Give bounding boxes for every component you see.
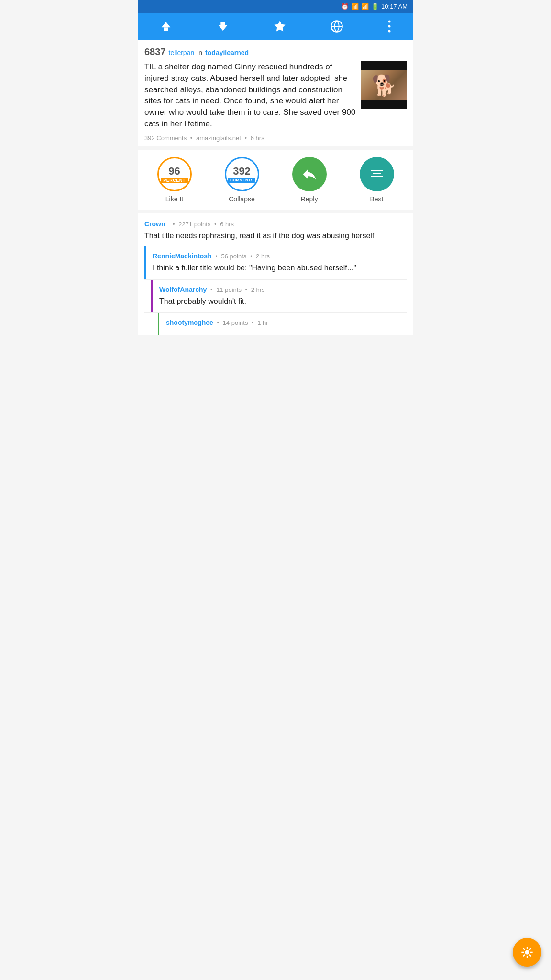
comment-nested-1: RennieMackintosh • 56 points • 2 hrs I t… (144, 246, 413, 279)
username-0[interactable]: Crown_ (144, 220, 169, 228)
svg-point-3 (388, 21, 390, 23)
signal-icon: 📶 (361, 3, 369, 10)
post-content: TIL a shelter dog named Ginny rescued hu… (144, 61, 407, 130)
points-3: 14 points (223, 319, 248, 326)
time-3: 1 hr (257, 319, 268, 326)
comments-section: Crown_ • 2271 points • 6 hrs That title … (138, 213, 413, 335)
alarm-icon: ⏰ (341, 3, 349, 10)
downvote-button[interactable] (216, 20, 230, 33)
username-1[interactable]: RennieMackintosh (153, 252, 212, 260)
post-in-label: in (197, 49, 202, 56)
post-username[interactable]: tellerpan (169, 49, 195, 56)
username-3[interactable]: shootymcghee (166, 319, 213, 326)
post-score: 6837 (144, 46, 166, 57)
comment-text-0: That title needs rephrasing, read it as … (144, 231, 407, 241)
post-title: TIL a shelter dog named Ginny rescued hu… (144, 61, 356, 130)
post-dot-sep1: • (190, 134, 193, 142)
thumb-bottom-bar (361, 100, 407, 109)
comment-meta-2: WolfofAnarchy • 11 points • 2 hrs (159, 286, 407, 293)
collapse-label: Collapse (229, 195, 254, 203)
post-dot-sep2: • (245, 134, 247, 142)
comment-top-level: Crown_ • 2271 points • 6 hrs That title … (138, 213, 413, 246)
comment-nested-3: shootymcghee • 14 points • 1 hr (158, 313, 413, 335)
comment-meta-0: Crown_ • 2271 points • 6 hrs (144, 220, 407, 228)
reply-action[interactable]: Reply (292, 157, 327, 203)
svg-rect-1 (221, 22, 225, 25)
actions-row: 96 PERCENT Like It 392 COMMENTS Collapse… (138, 150, 413, 210)
best-label: Best (370, 195, 383, 203)
svg-point-4 (388, 25, 390, 28)
points-0: 2271 points (178, 221, 210, 228)
comment-text-1: I think a fuller title would be: "Having… (153, 263, 407, 273)
battery-icon: 🔋 (371, 3, 379, 10)
post-footer: 392 Comments • amazingtails.net • 6 hrs (144, 134, 407, 142)
time-display: 10:17 AM (381, 3, 408, 10)
username-2[interactable]: WolfofAnarchy (159, 286, 207, 293)
like-it-label: Like It (165, 195, 183, 203)
best-action[interactable]: Best (360, 157, 394, 203)
comments-button[interactable]: 392 COMMENTS (225, 157, 259, 191)
percent-number: 96 (168, 165, 180, 178)
best-button[interactable] (360, 157, 394, 191)
percent-button[interactable]: 96 PERCENT (157, 157, 192, 191)
reply-button[interactable] (292, 157, 327, 191)
time-0: 6 hrs (220, 221, 234, 228)
reply-label: Reply (301, 195, 318, 203)
points-1: 56 points (221, 253, 247, 260)
svg-point-5 (388, 30, 390, 33)
post-meta: 6837 tellerpan in todayilearned (144, 46, 407, 57)
svg-rect-0 (164, 27, 168, 31)
percent-label: PERCENT (161, 178, 188, 183)
comment-meta-3: shootymcghee • 14 points • 1 hr (166, 319, 407, 326)
comments-label: COMMENTS (228, 178, 255, 183)
post-comments-count: 392 Comments (144, 134, 187, 142)
time-2: 2 hrs (251, 286, 265, 293)
collapse-action[interactable]: 392 COMMENTS Collapse (225, 157, 259, 203)
top-toolbar (138, 13, 413, 40)
wifi-icon: 📶 (351, 3, 359, 10)
thumb-top-bar (361, 61, 407, 70)
post-thumbnail[interactable]: 🐕 (361, 61, 407, 109)
comments-number: 392 (233, 165, 251, 178)
save-button[interactable] (273, 20, 287, 33)
upvote-button[interactable] (159, 20, 173, 33)
status-bar: ⏰ 📶 📶 🔋 10:17 AM (138, 0, 413, 13)
time-1: 2 hrs (256, 253, 270, 260)
like-it-action[interactable]: 96 PERCENT Like It (157, 157, 192, 203)
thumb-image: 🐕 (361, 70, 407, 100)
more-options-button[interactable] (387, 20, 392, 33)
comment-nested-2: WolfofAnarchy • 11 points • 2 hrs That p… (151, 280, 413, 312)
post-source: amazingtails.net (196, 134, 241, 142)
comment-text-2: That probably wouldn't fit. (159, 296, 407, 307)
comment-meta-1: RennieMackintosh • 56 points • 2 hrs (153, 252, 407, 260)
post-card: 6837 tellerpan in todayilearned TIL a sh… (138, 40, 413, 146)
post-subreddit[interactable]: todayilearned (205, 49, 249, 56)
globe-button[interactable] (330, 20, 343, 33)
status-icons: ⏰ 📶 📶 🔋 10:17 AM (341, 3, 408, 10)
post-time: 6 hrs (251, 134, 264, 142)
points-2: 11 points (216, 286, 242, 293)
